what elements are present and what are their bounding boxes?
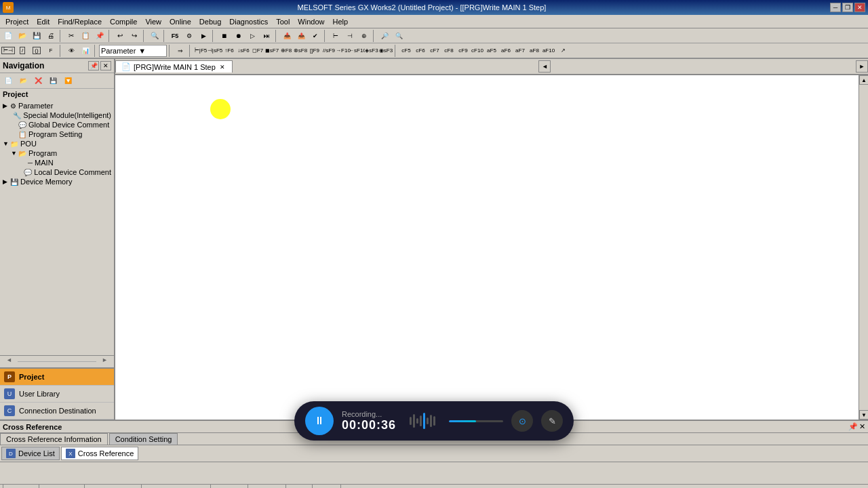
tree-open-btn[interactable]: 📂: [16, 75, 30, 87]
menu-window[interactable]: Window: [294, 16, 328, 27]
verify-btn[interactable]: ✔: [309, 30, 322, 42]
content-tab-main[interactable]: 📄 [PRG]Write MAIN 1 Step ✕: [115, 60, 233, 73]
f-other-btn[interactable]: ↗: [556, 45, 570, 57]
zoom-btn-2[interactable]: 🔍: [392, 30, 406, 42]
nav-tab-user-library[interactable]: U User Library: [0, 386, 114, 403]
ladder-btn-1[interactable]: ⊢: [329, 30, 342, 42]
f7-btn[interactable]: ◻F7: [251, 45, 264, 57]
param-btn-1[interactable]: ⏹: [217, 30, 231, 42]
menu-tool[interactable]: Tool: [272, 16, 294, 27]
menu-online[interactable]: Online: [165, 16, 195, 27]
compile-btn-3[interactable]: ▶: [197, 30, 210, 42]
nav-tab-connection[interactable]: C Connection Destination: [0, 403, 114, 420]
c-f10-btn[interactable]: cF10: [471, 45, 484, 57]
contact-no-btn[interactable]: ⊢⊣: [1, 45, 15, 57]
scroll-left-arrow[interactable]: ◄: [1, 357, 18, 367]
sf6-btn[interactable]: ↓sF6: [237, 45, 250, 57]
scroll-right-arrow[interactable]: ►: [96, 357, 113, 367]
zoom-btn-1[interactable]: 🔎: [378, 30, 391, 42]
scroll-bar-bg[interactable]: [18, 361, 96, 362]
new-button[interactable]: 📄: [1, 30, 15, 42]
ladder-btn-3[interactable]: ⊕: [357, 30, 371, 42]
tree-new-btn[interactable]: 📄: [1, 75, 15, 87]
recording-webcam-button[interactable]: ⊙: [511, 410, 533, 432]
sf9-btn[interactable]: //sF9: [322, 45, 336, 57]
menu-view[interactable]: View: [141, 16, 165, 27]
sf8-btn[interactable]: ⊗sF8: [294, 45, 307, 57]
monitor-btn-1[interactable]: 👁: [64, 45, 78, 57]
save-button[interactable]: 💾: [30, 30, 43, 42]
bottom-tab-cross-ref[interactable]: X Cross Reference: [61, 447, 139, 460]
coil-btn[interactable]: (): [30, 45, 43, 57]
monitor-btn-2[interactable]: 📊: [79, 45, 92, 57]
f8-btn[interactable]: ⊕F8: [279, 45, 293, 57]
c-f7-btn[interactable]: cF7: [428, 45, 441, 57]
nav-tab-project[interactable]: P Project: [0, 369, 114, 386]
restore-button[interactable]: ❐: [842, 3, 853, 12]
find-button[interactable]: 🔍: [148, 30, 161, 42]
recording-pause-button[interactable]: ⏸: [305, 407, 334, 435]
a-f7-btn[interactable]: aF7: [513, 45, 527, 57]
tree-close-btn[interactable]: ❌: [31, 75, 45, 87]
tree-item-pou[interactable]: ▼ 📁 POU: [1, 139, 113, 148]
menu-help[interactable]: Help: [328, 16, 352, 27]
sf7-btn[interactable]: ◼sF7: [265, 45, 279, 57]
copy-button[interactable]: 📋: [79, 30, 92, 42]
minimize-button[interactable]: ─: [830, 3, 841, 12]
tab-nav-prev[interactable]: ◄: [538, 60, 551, 73]
contact-nc-btn[interactable]: /: [16, 45, 29, 57]
c-f5-btn[interactable]: cF5: [399, 45, 413, 57]
bottom-tab-device-list[interactable]: D Device List: [1, 447, 60, 460]
fun-btn[interactable]: F: [44, 45, 58, 57]
write-btn[interactable]: 📤: [294, 30, 308, 42]
cross-ref-close-btn[interactable]: ✕: [859, 422, 865, 431]
tree-item-program-setting[interactable]: 📋 Program Setting: [1, 129, 113, 139]
menu-diagnostics[interactable]: Diagnostics: [225, 16, 272, 27]
compile-btn-1[interactable]: F5: [168, 30, 182, 42]
c-f9-btn[interactable]: cF9: [456, 45, 470, 57]
tree-item-parameter[interactable]: ▶ ⚙ Parameter: [1, 101, 113, 110]
sf3-btn[interactable]: ◈sF3: [365, 45, 378, 57]
a-f10-btn[interactable]: aF10: [542, 45, 555, 57]
sf5-btn[interactable]: ⊣|sF5: [208, 45, 222, 57]
parameter-dropdown[interactable]: Parameter ▼: [99, 45, 167, 57]
a-f8-btn[interactable]: aF8: [528, 45, 541, 57]
sf10-btn[interactable]: ←sF10: [351, 45, 364, 57]
compile-btn-2[interactable]: ⚙: [182, 30, 196, 42]
nav-pin-button[interactable]: 📌: [88, 61, 99, 70]
content-tab-close[interactable]: ✕: [218, 63, 226, 71]
menu-find-replace[interactable]: Find/Replace: [54, 16, 106, 27]
redo-button[interactable]: ↪: [127, 30, 141, 42]
sf3b-btn[interactable]: ◉sF3: [379, 45, 393, 57]
undo-button[interactable]: ↩: [113, 30, 127, 42]
a-f5-btn[interactable]: aF5: [485, 45, 498, 57]
c-f6-btn[interactable]: cF6: [414, 45, 427, 57]
tree-item-main[interactable]: ─ MAIN: [1, 158, 113, 167]
f9-btn[interactable]: []F9: [308, 45, 321, 57]
tree-filter-btn[interactable]: 🔽: [61, 75, 75, 87]
tree-item-global-device-comment[interactable]: 💬 Global Device Comment: [1, 120, 113, 129]
param-btn-4[interactable]: ⏭: [260, 30, 273, 42]
f6-btn[interactable]: ↑F6: [222, 45, 236, 57]
menu-project[interactable]: Project: [1, 16, 33, 27]
menu-compile[interactable]: Compile: [106, 16, 141, 27]
tree-item-special-module[interactable]: 🔧 Special Module(Intelligent): [1, 110, 113, 120]
nav-close-button[interactable]: ✕: [100, 61, 111, 70]
menu-edit[interactable]: Edit: [33, 16, 54, 27]
close-button[interactable]: ✕: [854, 3, 865, 12]
tree-save-btn[interactable]: 💾: [46, 75, 60, 87]
recording-edit-button[interactable]: ✎: [541, 410, 563, 432]
open-button[interactable]: 📂: [16, 30, 29, 42]
f5-btn[interactable]: ⊢|F5: [194, 45, 208, 57]
tree-item-device-memory[interactable]: ▶ 💾 Device Memory: [1, 177, 113, 186]
c-f8-btn[interactable]: cF8: [442, 45, 456, 57]
param-btn-2[interactable]: ⏺: [231, 30, 245, 42]
tree-item-local-device-comment[interactable]: 💬 Local Device Comment: [1, 167, 113, 177]
editor-area[interactable]: ▲ ▼: [115, 75, 868, 420]
a-f6-btn[interactable]: aF6: [499, 45, 513, 57]
cross-ref-tab-condition[interactable]: Condition Setting: [109, 433, 178, 445]
print-button[interactable]: 🖨: [44, 30, 58, 42]
vertical-scrollbar[interactable]: ▲ ▼: [859, 75, 868, 420]
cross-ref-tab-information[interactable]: Cross Reference Information: [0, 433, 108, 445]
read-btn[interactable]: 📥: [280, 30, 294, 42]
